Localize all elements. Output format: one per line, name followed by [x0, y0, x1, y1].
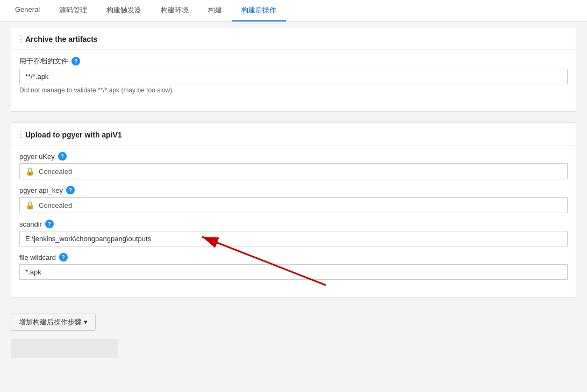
ukey-concealed-text: Concealed: [39, 168, 72, 176]
drag-handle[interactable]: ⋮⋮: [17, 34, 21, 44]
bottom-bar: [11, 339, 118, 358]
archive-section-header: ⋮⋮ Archive the artifacts: [11, 27, 576, 50]
tab-bar: General源码管理构建触发器构建环境构建构建后操作: [0, 0, 587, 21]
ukey-field[interactable]: 🔒 Concealed: [19, 163, 568, 179]
scandir-row: scandir ?: [19, 220, 568, 246]
archive-file-help-icon[interactable]: ?: [71, 57, 80, 66]
apikey-field[interactable]: 🔒 Concealed: [19, 197, 568, 213]
wildcard-input[interactable]: [19, 264, 568, 280]
main-content: ⋮⋮ Archive the artifacts 用于存档的文件 ? Did n…: [0, 21, 587, 364]
wildcard-row: file wildcard ?: [19, 253, 568, 280]
tab-build[interactable]: 构建: [198, 0, 232, 21]
tab-post[interactable]: 构建后操作: [232, 0, 286, 21]
archive-file-row: 用于存档的文件 ? Did not manage to validate **/…: [19, 56, 568, 94]
upload-section-header: ⋮⋮ Upload to pgyer with apiV1: [11, 123, 576, 146]
tab-source[interactable]: 源码管理: [49, 0, 97, 21]
archive-validation-msg: Did not manage to validate **/*.apk (may…: [19, 86, 568, 94]
ukey-lock-icon: 🔒: [25, 167, 34, 176]
ukey-help-icon[interactable]: ?: [58, 152, 67, 161]
archive-section-body: 用于存档的文件 ? Did not manage to validate **/…: [11, 50, 576, 111]
archive-section-title: Archive the artifacts: [25, 35, 98, 43]
upload-section: ⋮⋮ Upload to pgyer with apiV1 pgyer uKey…: [11, 122, 576, 297]
scandir-help-icon[interactable]: ?: [45, 220, 54, 228]
ukey-row: pgyer uKey ? 🔒 Concealed: [19, 152, 568, 179]
ukey-label: pgyer uKey ?: [19, 152, 568, 161]
add-step-button[interactable]: 增加构建后操作步骤 ▾: [11, 314, 96, 331]
bottom-bar-area: [11, 339, 576, 358]
wildcard-help-icon[interactable]: ?: [59, 253, 68, 262]
apikey-row: pgyer api_key ? 🔒 Concealed: [19, 186, 568, 213]
scandir-label: scandir ?: [19, 220, 568, 228]
upload-section-body: pgyer uKey ? 🔒 Concealed pgyer api_key ?…: [11, 146, 576, 297]
upload-drag-handle[interactable]: ⋮⋮: [17, 129, 21, 140]
apikey-help-icon[interactable]: ?: [66, 186, 75, 194]
archive-file-label: 用于存档的文件 ?: [19, 56, 568, 66]
apikey-label: pgyer api_key ?: [19, 186, 568, 194]
archive-section: ⋮⋮ Archive the artifacts 用于存档的文件 ? Did n…: [11, 27, 576, 112]
tab-triggers[interactable]: 构建触发器: [97, 0, 151, 21]
upload-section-title: Upload to pgyer with apiV1: [25, 130, 122, 139]
tab-env[interactable]: 构建环境: [151, 0, 198, 21]
add-step-label: 增加构建后操作步骤 ▾: [19, 317, 88, 327]
apikey-concealed-text: Concealed: [39, 201, 72, 209]
archive-file-input[interactable]: [19, 69, 568, 84]
wildcard-label: file wildcard ?: [19, 253, 568, 262]
scandir-input[interactable]: [19, 231, 568, 246]
tab-general[interactable]: General: [5, 0, 49, 21]
apikey-lock-icon: 🔒: [25, 201, 34, 209]
